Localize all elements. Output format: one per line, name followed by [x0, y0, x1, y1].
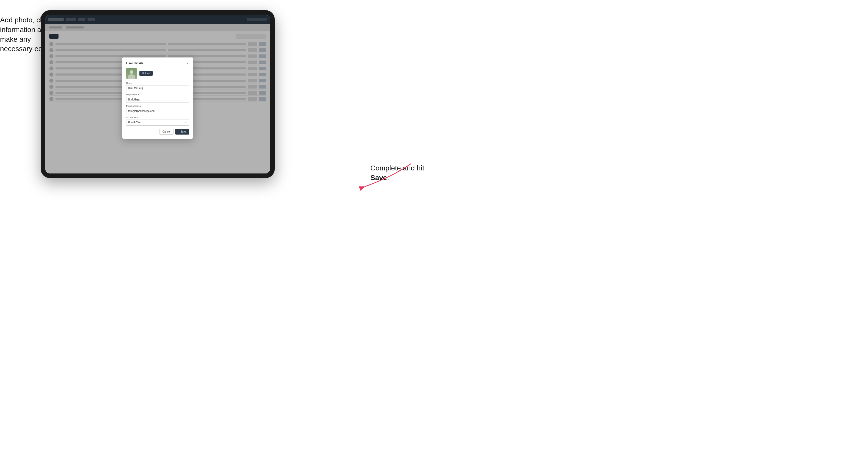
school-year-input[interactable]: [126, 120, 189, 126]
modal-header: User details ×: [126, 62, 189, 65]
name-input[interactable]: [126, 85, 189, 91]
photo-person-shape: [126, 68, 137, 79]
name-field-group: Name: [126, 82, 189, 91]
email-field-group: Email address: [126, 105, 189, 114]
display-name-field-group: Display name: [126, 93, 189, 103]
modal-overlay: User details × Upload Name Dis: [45, 15, 270, 174]
arrow-right-annotation: [358, 161, 414, 191]
save-label: Save: [180, 130, 186, 133]
school-year-field-group: School Year × ⌄: [126, 116, 189, 126]
cancel-button[interactable]: Cancel: [159, 129, 174, 134]
tablet-device: ›: [41, 10, 275, 178]
upload-button[interactable]: Upload: [140, 71, 153, 76]
save-icon: ↑: [178, 130, 180, 133]
display-name-input[interactable]: [126, 97, 189, 103]
user-details-modal: User details × Upload Name Dis: [122, 58, 193, 138]
photo-section: Upload: [126, 68, 189, 79]
email-input[interactable]: [126, 108, 189, 114]
tablet-screen: ›: [45, 15, 270, 174]
clear-icon[interactable]: ×: [184, 121, 186, 124]
photo-preview: [126, 68, 137, 79]
school-year-label: School Year: [126, 116, 189, 119]
email-label: Email address: [126, 105, 189, 107]
close-button[interactable]: ×: [186, 62, 189, 65]
modal-title: User details: [126, 62, 144, 65]
save-button[interactable]: ↑ Save: [175, 129, 189, 134]
modal-footer: Cancel ↑ Save: [126, 129, 189, 134]
name-label: Name: [126, 82, 189, 85]
display-name-label: Display name: [126, 93, 189, 96]
school-year-wrapper: × ⌄: [126, 120, 189, 126]
